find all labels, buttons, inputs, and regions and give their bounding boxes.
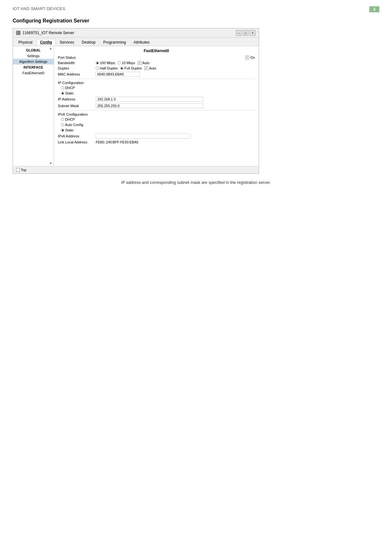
page-title: IOT AND SMART DEVICES — [13, 6, 65, 11]
ipv6-autoconfig-radio[interactable] — [61, 123, 64, 126]
sidebar-item-fastethernet0[interactable]: FastEthernet0 — [13, 70, 54, 76]
window-controls: – □ × — [236, 30, 256, 36]
duplex-controls: Half Duplex Full Duplex Auto — [96, 66, 156, 70]
ipv6-static-row: Static — [58, 128, 255, 132]
bandwidth-100mbps-label: 100 Mbps — [100, 61, 115, 65]
ip-dhcp-row: DHCP — [58, 86, 255, 90]
ip-static-label: Static — [65, 91, 74, 95]
bandwidth-controls: 100 Mbps 10 Mbps Auto — [96, 61, 149, 65]
ipv6-static-radio[interactable] — [61, 129, 64, 132]
link-local-value: FE80::240:BFF:FE93:EBA5 — [96, 140, 138, 144]
caption-text: IP address and corresponding subnet mask… — [13, 180, 379, 185]
ip-dhcp-radio[interactable] — [61, 86, 64, 89]
ipv6-static-label: Static — [65, 128, 74, 132]
bandwidth-10mbps-label: 10 Mbps — [122, 61, 135, 65]
divider-1 — [58, 79, 255, 79]
bandwidth-10mbps[interactable]: 10 Mbps — [118, 61, 135, 65]
minimize-button[interactable]: – — [236, 30, 242, 36]
link-local-label: Link Local Address: — [58, 140, 96, 144]
ip-config-title: IP Configuration — [58, 81, 255, 85]
ip-address-row: IP Address — [58, 97, 255, 102]
duplex-row: Duplex Half Duplex Full Duplex Auto — [58, 66, 255, 70]
bandwidth-10mbps-radio[interactable] — [118, 61, 121, 64]
link-local-row: Link Local Address: FE80::240:BFF:FE93:E… — [58, 140, 255, 144]
duplex-label: Duplex — [58, 66, 96, 70]
port-status-checkbox-box[interactable] — [245, 56, 249, 59]
duplex-half-radio[interactable] — [96, 67, 99, 70]
mac-address-row: MAC Address — [58, 72, 255, 77]
tab-config[interactable]: Config — [37, 39, 56, 46]
duplex-full-radio[interactable] — [120, 67, 124, 70]
tab-bar: Physical Config Services Desktop Program… — [13, 38, 259, 46]
top-checkbox-wrapper[interactable]: Top — [16, 168, 27, 172]
duplex-full[interactable]: Full Duplex — [120, 66, 142, 70]
duplex-half-label: Half Duplex — [100, 66, 118, 70]
window-title-text: 11669751_IOT Remote Server — [22, 31, 74, 35]
tab-physical[interactable]: Physical — [15, 39, 36, 46]
ipv6-dhcp-radio-wrapper[interactable]: DHCP — [61, 117, 75, 121]
ipv6-autoconfig-radio-wrapper[interactable]: Auto Config — [61, 123, 83, 127]
top-checkbox-box[interactable] — [16, 168, 20, 172]
tab-desktop[interactable]: Desktop — [78, 39, 99, 46]
ipv6-static-radio-wrapper[interactable]: Static — [61, 128, 74, 132]
page-header: IOT AND SMART DEVICES 3 — [13, 6, 379, 12]
section-title: Configuring Registration Server — [13, 18, 379, 24]
duplex-auto-box[interactable] — [144, 66, 148, 70]
port-status-controls: On — [245, 56, 255, 59]
sidebar-scroll-up[interactable]: ▲ — [49, 47, 53, 51]
ipv6-dhcp-row: DHCP — [58, 117, 255, 121]
bandwidth-label: Bandwidth — [58, 61, 96, 65]
ip-static-radio[interactable] — [61, 92, 64, 95]
ip-address-label: IP Address — [58, 97, 96, 101]
sidebar: ▲ GLOBAL Settings Algorithm Settings INT… — [13, 46, 54, 166]
window-title-area: 11669751_IOT Remote Server — [16, 31, 74, 35]
sidebar-global-label: GLOBAL — [13, 47, 54, 53]
close-button[interactable]: × — [250, 30, 256, 36]
bandwidth-auto-label: Auto — [142, 61, 150, 65]
tab-attributes[interactable]: Attributes — [130, 39, 153, 46]
mac-address-label: MAC Address — [58, 72, 96, 76]
restore-button[interactable]: □ — [243, 30, 249, 36]
ipv6-config-title: IPv6 Configuration — [58, 112, 255, 116]
ipv6-autoconfig-label: Auto Config — [65, 123, 83, 127]
ipv6-address-label: IPv6 Address — [58, 134, 96, 138]
sidebar-interface-label: INTERFACE — [13, 64, 54, 70]
port-status-label: Port Status — [58, 56, 96, 59]
ip-address-input[interactable] — [96, 97, 203, 102]
interface-title: FastEthernet0 — [58, 49, 255, 53]
duplex-full-label: Full Duplex — [124, 66, 142, 70]
window-titlebar: 11669751_IOT Remote Server – □ × — [13, 28, 259, 38]
duplex-auto-label: Auto — [149, 66, 156, 70]
port-status-on-label: On — [250, 56, 255, 59]
bandwidth-100mbps[interactable]: 100 Mbps — [96, 61, 115, 65]
ipv6-address-row: IPv6 Address — [58, 134, 255, 139]
window-content: ▲ GLOBAL Settings Algorithm Settings INT… — [13, 46, 259, 166]
duplex-auto-checkbox[interactable]: Auto — [144, 66, 156, 70]
bandwidth-auto-box[interactable] — [138, 61, 142, 65]
ip-dhcp-radio-wrapper[interactable]: DHCP — [61, 86, 75, 90]
main-panel: FastEthernet0 Port Status On Bandwidth — [54, 46, 259, 166]
sidebar-scroll-down[interactable]: ▼ — [49, 162, 53, 166]
port-status-on-checkbox[interactable]: On — [245, 56, 255, 59]
subnet-mask-row: Subnet Mask — [58, 103, 255, 108]
subnet-mask-input[interactable] — [96, 103, 203, 108]
app-window: 11669751_IOT Remote Server – □ × Physica… — [13, 28, 259, 174]
ip-static-radio-wrapper[interactable]: Static — [61, 91, 74, 95]
tab-services[interactable]: Services — [56, 39, 78, 46]
sidebar-item-settings[interactable]: Settings — [13, 53, 54, 59]
page-number: 3 — [369, 6, 379, 12]
top-checkbox-label: Top — [21, 168, 27, 172]
tab-programming[interactable]: Programming — [100, 39, 130, 46]
ip-static-row: Static — [58, 91, 255, 95]
ipv6-autoconfig-row: Auto Config — [58, 123, 255, 127]
duplex-half[interactable]: Half Duplex — [96, 66, 118, 70]
ipv6-dhcp-radio[interactable] — [61, 118, 64, 121]
ip-dhcp-label: DHCP — [65, 86, 75, 90]
bandwidth-auto-checkbox[interactable]: Auto — [138, 61, 150, 65]
port-status-row: Port Status On — [58, 56, 255, 59]
ipv6-address-input[interactable] — [96, 134, 190, 139]
ipv6-dhcp-label: DHCP — [65, 117, 75, 121]
sidebar-item-algorithm-settings[interactable]: Algorithm Settings — [13, 59, 54, 64]
bandwidth-100mbps-radio[interactable] — [96, 61, 99, 64]
mac-address-input[interactable] — [96, 72, 140, 77]
